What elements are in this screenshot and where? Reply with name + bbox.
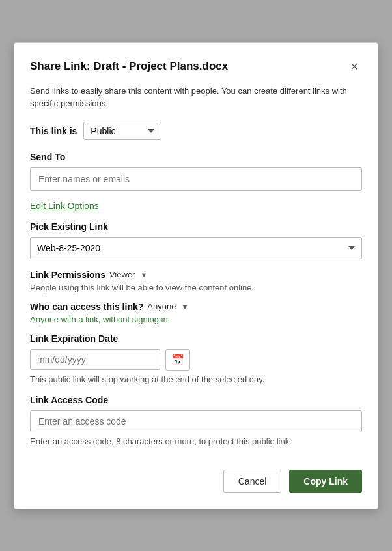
who-can-access-dropdown-button[interactable]: ▼ [180, 303, 189, 311]
link-access-code-desc: Enter an access code, 8 characters or mo… [30, 436, 362, 446]
link-permissions-value: Viewer [109, 270, 135, 279]
cancel-button[interactable]: Cancel [223, 470, 282, 493]
modal-overlay: Share Link: Draft - Project Plans.docx ×… [0, 0, 392, 551]
who-can-access-row: Who can access this link? Anyone ▼ [30, 302, 362, 312]
calendar-button[interactable]: 📅 [165, 349, 190, 371]
link-type-select[interactable]: Public Private Restricted [83, 122, 161, 140]
link-permissions-row: Link Permissions Viewer ▼ [30, 270, 362, 280]
send-to-label: Send To [30, 152, 362, 162]
copy-link-button[interactable]: Copy Link [289, 470, 362, 493]
modal-header: Share Link: Draft - Project Plans.docx × [30, 59, 362, 74]
who-can-access-value: Anyone [147, 302, 176, 311]
link-expiration-section: Link Expiration Date 📅 This public link … [30, 333, 362, 384]
link-access-code-label: Link Access Code [30, 395, 362, 405]
expiry-input-row: 📅 [30, 349, 362, 371]
modal-footer: Cancel Copy Link [30, 459, 362, 493]
link-is-label: This link is [30, 126, 77, 136]
link-expiration-input[interactable] [30, 349, 160, 370]
pick-existing-link-label: Pick Existing Link [30, 221, 362, 232]
link-expiration-label: Link Expiration Date [30, 333, 362, 344]
send-to-input[interactable] [30, 167, 362, 191]
who-can-access-desc: Anyone with a link, without signing in [30, 315, 362, 324]
link-access-code-input[interactable] [30, 410, 362, 432]
edit-link-options-button[interactable]: Edit Link Options [30, 201, 99, 211]
link-is-row: This link is Public Private Restricted [30, 122, 362, 140]
calendar-icon: 📅 [171, 354, 184, 365]
link-permissions-dropdown-button[interactable]: ▼ [139, 271, 148, 279]
modal-title: Share Link: Draft - Project Plans.docx [30, 60, 228, 73]
pick-existing-link-select[interactable]: Web-8-25-2020 Mobile-Link-1 [30, 237, 362, 259]
link-permissions-desc: People using this link will be able to v… [30, 283, 362, 292]
share-link-modal: Share Link: Draft - Project Plans.docx ×… [14, 42, 378, 509]
modal-description: Send links to easily share this content … [30, 85, 362, 110]
who-can-access-label: Who can access this link? [30, 302, 143, 312]
link-expiration-desc: This public link will stop working at th… [30, 374, 362, 384]
link-permissions-label: Link Permissions [30, 270, 105, 280]
close-button[interactable]: × [346, 59, 362, 74]
link-access-code-section: Link Access Code Enter an access code, 8… [30, 395, 362, 446]
send-to-section: Send To [30, 152, 362, 191]
